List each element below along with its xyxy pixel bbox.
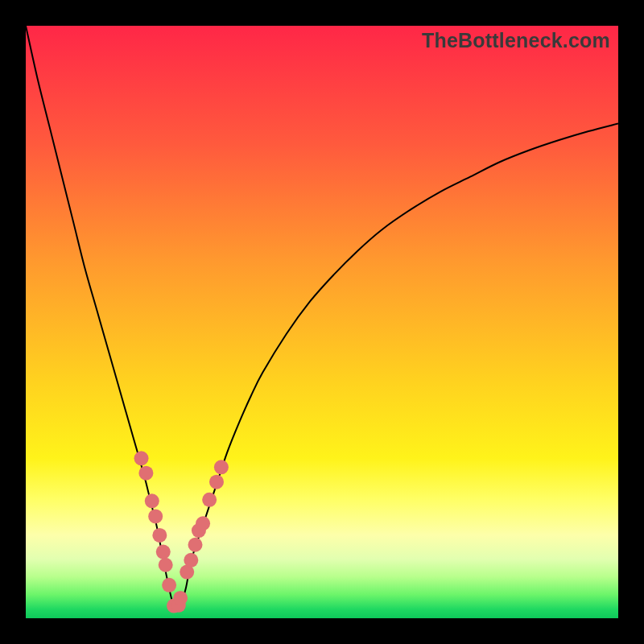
marker-group (134, 451, 229, 613)
curve-marker (134, 451, 149, 465)
curve-marker (162, 578, 176, 592)
curve-marker (214, 460, 229, 474)
curve-marker (184, 553, 198, 568)
bottleneck-curve (26, 26, 618, 609)
curve-svg (26, 26, 618, 618)
curve-marker (152, 528, 167, 543)
curve-marker (156, 545, 171, 559)
curve-marker (145, 493, 159, 508)
curve-marker (159, 558, 173, 572)
curve-marker (196, 516, 210, 530)
curve-marker (173, 591, 188, 605)
plot-area: TheBottleneck.com (26, 26, 618, 618)
curve-marker (148, 509, 163, 523)
watermark-text: TheBottleneck.com (422, 29, 610, 52)
chart-frame: TheBottleneck.com (0, 0, 644, 644)
curve-marker (209, 475, 224, 489)
curve-marker (138, 466, 153, 481)
curve-marker (202, 493, 217, 507)
curve-marker (188, 538, 203, 552)
